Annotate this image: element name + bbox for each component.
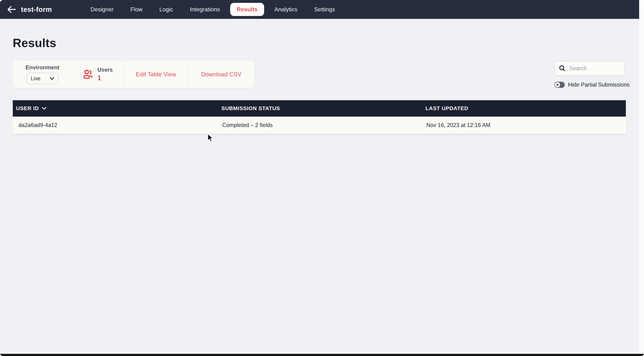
tab-logic[interactable]: Logic xyxy=(160,6,173,13)
environment-label: Environment xyxy=(26,64,60,71)
chevron-down-icon xyxy=(50,77,54,80)
users-icon xyxy=(83,69,94,80)
column-header-user-id[interactable]: USER ID xyxy=(13,105,218,111)
column-header-submission-status[interactable]: SUBMISSION STATUS xyxy=(218,105,422,111)
arrow-left-icon xyxy=(7,6,16,13)
results-toolbar: Environment Live Users 1 xyxy=(13,61,254,88)
users-count: 1 xyxy=(98,74,101,82)
scrollbar-track[interactable] xyxy=(639,0,644,356)
edit-table-view-button[interactable]: Edit Table View xyxy=(123,61,188,88)
download-csv-button[interactable]: Download CSV xyxy=(188,61,254,88)
environment-select[interactable]: Live xyxy=(27,73,58,84)
mouse-cursor xyxy=(207,133,214,143)
page-title: Results xyxy=(13,36,56,50)
users-label: Users xyxy=(98,67,113,73)
hide-partial-label: Hide Partial Submissions xyxy=(568,81,630,88)
app-window: test-form DesignerFlowLogicIntegrationsR… xyxy=(0,0,644,356)
top-nav: test-form DesignerFlowLogicIntegrationsR… xyxy=(0,0,639,19)
column-header-last-updated[interactable]: LAST UPDATED xyxy=(422,105,626,111)
hide-partial-row: Hide Partial Submissions xyxy=(554,81,630,88)
search-icon xyxy=(559,65,566,72)
back-button[interactable] xyxy=(7,4,16,14)
search-box xyxy=(554,61,625,76)
tab-results[interactable]: Results xyxy=(230,3,264,16)
results-table: USER ID SUBMISSION STATUS LAST UPDATED d… xyxy=(13,100,626,134)
window-bottom-edge xyxy=(0,354,644,356)
tab-flow[interactable]: Flow xyxy=(130,6,143,13)
table-row[interactable]: da2a6ad9-4a12Completed – 2 fieldsNov 16,… xyxy=(13,117,626,134)
tab-integrations[interactable]: Integrations xyxy=(190,6,220,13)
environment-section: Environment Live xyxy=(13,61,72,88)
search-input[interactable] xyxy=(569,65,618,72)
sort-chevron-down-icon xyxy=(42,107,46,110)
nav-tabs: DesignerFlowLogicIntegrationsResultsAnal… xyxy=(90,3,335,16)
cell-user-id: da2a6ad9-4a12 xyxy=(13,122,218,128)
tab-analytics[interactable]: Analytics xyxy=(274,6,298,13)
users-section: Users 1 xyxy=(72,61,123,88)
table-header: USER ID SUBMISSION STATUS LAST UPDATED xyxy=(13,100,626,117)
hide-partial-toggle[interactable] xyxy=(554,82,565,88)
form-title: test-form xyxy=(21,5,52,13)
cell-status: Completed – 2 fields xyxy=(218,122,422,128)
environment-selected-value: Live xyxy=(31,75,40,81)
tab-settings[interactable]: Settings xyxy=(314,6,335,13)
tab-designer[interactable]: Designer xyxy=(90,6,114,13)
table-body: da2a6ad9-4a12Completed – 2 fieldsNov 16,… xyxy=(13,117,626,134)
cell-last-updated: Nov 16, 2023 at 12:16 AM xyxy=(422,122,626,128)
toggle-knob xyxy=(555,82,560,87)
